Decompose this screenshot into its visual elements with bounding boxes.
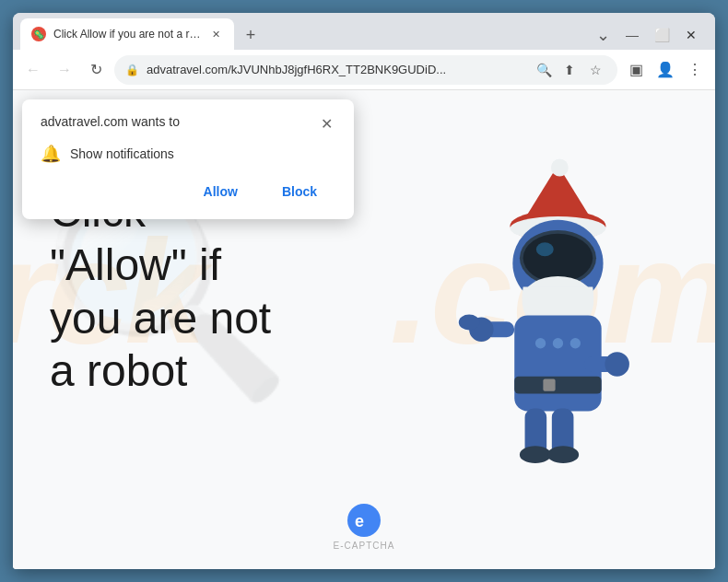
svg-point-22 — [553, 338, 563, 348]
svg-rect-11 — [543, 379, 555, 391]
refresh-button[interactable]: ↻ — [83, 57, 109, 83]
svg-point-21 — [535, 338, 546, 348]
lock-icon: 🔒 — [125, 64, 139, 76]
notification-row: 🔔 Show notifications — [41, 144, 335, 164]
refresh-icon: ↻ — [90, 61, 102, 78]
maximize-button[interactable]: ⬜ — [652, 26, 671, 44]
tab-bar: 🦠 Click Allow if you are not a robot ✕ +… — [13, 13, 715, 50]
share-icon[interactable]: ⬆ — [558, 59, 581, 81]
page-bottom: e E-CAPTCHA — [13, 493, 715, 569]
popup-close-button[interactable]: ✕ — [317, 114, 335, 133]
toolbar-actions: ▣ 👤 ⋮ — [623, 57, 708, 83]
close-button[interactable]: ✕ — [682, 26, 700, 44]
headline-line-4: a robot — [50, 344, 420, 398]
svg-text:e: e — [355, 512, 364, 530]
address-bar[interactable]: 🔒 advatravel.com/kJVUNhbJ8jgfH6RX_TT2BNK… — [114, 55, 617, 85]
svg-point-7 — [536, 242, 554, 256]
robot-illustration — [420, 118, 678, 465]
block-button[interactable]: Block — [264, 179, 335, 204]
tab-close-button[interactable]: ✕ — [208, 27, 223, 41]
address-text: advatravel.com/kJVUNhbJ8jgfH6RX_TT2BNK9G… — [147, 63, 525, 76]
svg-point-16 — [605, 352, 628, 376]
window-controls: ⌄ — ⬜ ✕ — [593, 26, 708, 50]
back-arrow-icon: ← — [26, 62, 41, 78]
bell-icon: 🔔 — [41, 144, 61, 164]
popup-title: advatravel.com wants to — [41, 114, 180, 129]
minimize-button[interactable]: — — [623, 26, 641, 44]
search-icon[interactable]: 🔍 — [533, 59, 555, 81]
forward-button[interactable]: → — [52, 57, 77, 83]
svg-rect-10 — [514, 377, 601, 394]
headline-line-2: "Allow" if — [50, 239, 420, 292]
forward-arrow-icon: → — [57, 62, 72, 78]
ecaptcha-label: E-CAPTCHA — [334, 541, 395, 551]
svg-point-19 — [520, 446, 551, 463]
headline-line-3: you are not — [50, 292, 420, 345]
svg-point-6 — [523, 234, 593, 283]
svg-point-3 — [551, 159, 569, 177]
notification-popup: advatravel.com wants to ✕ 🔔 Show notific… — [22, 99, 354, 219]
page-content: advatravel.com wants to ✕ 🔔 Show notific… — [13, 90, 715, 569]
back-button[interactable]: ← — [20, 57, 46, 83]
active-tab[interactable]: 🦠 Click Allow if you are not a robot ✕ — [20, 18, 234, 50]
browser-window: 🦠 Click Allow if you are not a robot ✕ +… — [13, 13, 715, 569]
menu-button[interactable]: ⋮ — [682, 57, 708, 83]
popup-header: advatravel.com wants to ✕ — [41, 114, 335, 133]
svg-point-23 — [570, 338, 581, 348]
popup-buttons: Allow Block — [41, 179, 335, 204]
tab-favicon: 🦠 — [31, 27, 46, 41]
robot-svg — [439, 152, 660, 465]
allow-button[interactable]: Allow — [185, 179, 256, 204]
notification-label: Show notifications — [70, 146, 174, 161]
new-tab-button[interactable]: + — [238, 22, 264, 48]
sidebar-toggle-button[interactable]: ▣ — [623, 57, 649, 83]
toolbar: ← → ↻ 🔒 advatravel.com/kJVUNhbJ8jgfH6RX_… — [13, 50, 715, 90]
address-actions: 🔍 ⬆ ☆ — [533, 59, 606, 81]
ecaptcha-logo: e E-CAPTCHA — [334, 502, 395, 551]
tab-title: Click Allow if you are not a robot — [53, 28, 201, 41]
bookmark-star-icon[interactable]: ☆ — [584, 59, 606, 81]
ecaptcha-icon: e — [346, 502, 382, 539]
profile-button[interactable]: 👤 — [652, 57, 678, 83]
svg-point-20 — [547, 446, 579, 463]
svg-point-14 — [459, 315, 480, 331]
chevron-down-icon[interactable]: ⌄ — [593, 26, 612, 44]
